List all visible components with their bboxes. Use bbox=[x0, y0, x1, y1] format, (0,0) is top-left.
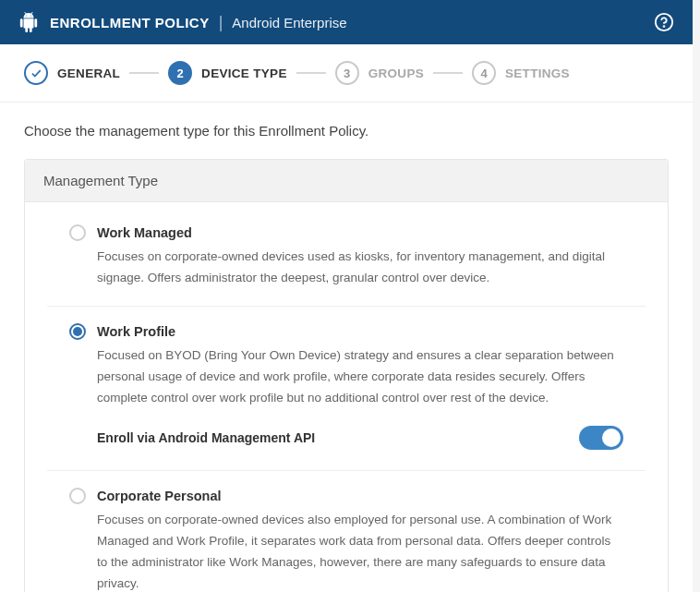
management-type-panel: Management Type Work Managed Focuses on … bbox=[24, 159, 669, 592]
step-device-type[interactable]: 2 DEVICE TYPE bbox=[168, 61, 287, 85]
step-circle-done bbox=[24, 61, 48, 85]
step-circle-pending: 3 bbox=[335, 61, 359, 85]
option-header[interactable]: Work Managed bbox=[69, 224, 623, 241]
header-divider: | bbox=[219, 13, 223, 32]
option-work-managed: Work Managed Focuses on corporate-owned … bbox=[47, 208, 646, 307]
option-description: Focuses on corporate-owned devices also … bbox=[97, 510, 623, 592]
toggle-knob bbox=[602, 429, 621, 447]
step-groups[interactable]: 3 GROUPS bbox=[335, 61, 424, 85]
option-description: Focused on BYOD (Bring Your Own Device) … bbox=[97, 345, 623, 409]
svg-point-1 bbox=[664, 26, 665, 27]
step-label: DEVICE TYPE bbox=[201, 66, 287, 80]
step-settings[interactable]: 4 SETTINGS bbox=[472, 61, 570, 85]
step-circle-active: 2 bbox=[168, 61, 192, 85]
header-title: ENROLLMENT POLICY bbox=[50, 15, 210, 30]
android-icon bbox=[18, 12, 39, 32]
content-area: Choose the management type for this Enro… bbox=[0, 103, 693, 592]
panel-body: Work Managed Focuses on corporate-owned … bbox=[25, 202, 668, 592]
toggle-enroll-api[interactable] bbox=[579, 426, 623, 450]
option-header[interactable]: Corporate Personal bbox=[69, 488, 623, 504]
step-label: GENERAL bbox=[57, 66, 120, 80]
option-work-profile: Work Profile Focused on BYOD (Bring Your… bbox=[47, 307, 646, 471]
radio-button[interactable] bbox=[69, 323, 86, 340]
radio-button[interactable] bbox=[69, 488, 86, 504]
option-title: Work Profile bbox=[97, 324, 175, 339]
header-subtitle: Android Enterprise bbox=[232, 15, 346, 30]
stepper: GENERAL 2 DEVICE TYPE 3 GROUPS 4 SETTING… bbox=[0, 44, 693, 103]
option-title: Work Managed bbox=[97, 225, 192, 240]
radio-button[interactable] bbox=[69, 224, 86, 241]
panel-header: Management Type bbox=[25, 160, 668, 202]
step-label: GROUPS bbox=[368, 66, 424, 80]
option-header[interactable]: Work Profile bbox=[69, 323, 623, 340]
step-label: SETTINGS bbox=[505, 66, 570, 80]
enrollment-policy-modal: ENROLLMENT POLICY | Android Enterprise G… bbox=[0, 0, 693, 592]
option-corporate-personal: Corporate Personal Focuses on corporate-… bbox=[47, 471, 646, 592]
sub-option-label: Enroll via Android Management API bbox=[97, 430, 315, 445]
checkmark-icon bbox=[30, 66, 42, 79]
instruction-text: Choose the management type for this Enro… bbox=[24, 123, 669, 139]
modal-header: ENROLLMENT POLICY | Android Enterprise bbox=[0, 0, 693, 44]
step-general[interactable]: GENERAL bbox=[24, 61, 120, 85]
step-connector bbox=[433, 72, 463, 74]
step-circle-pending: 4 bbox=[472, 61, 496, 85]
option-title: Corporate Personal bbox=[97, 489, 222, 503]
sub-option-enroll-api: Enroll via Android Management API bbox=[97, 426, 623, 453]
step-connector bbox=[129, 72, 159, 74]
option-description: Focuses on corporate-owned devices used … bbox=[97, 247, 623, 289]
help-icon[interactable] bbox=[654, 12, 674, 32]
step-connector bbox=[296, 72, 326, 74]
